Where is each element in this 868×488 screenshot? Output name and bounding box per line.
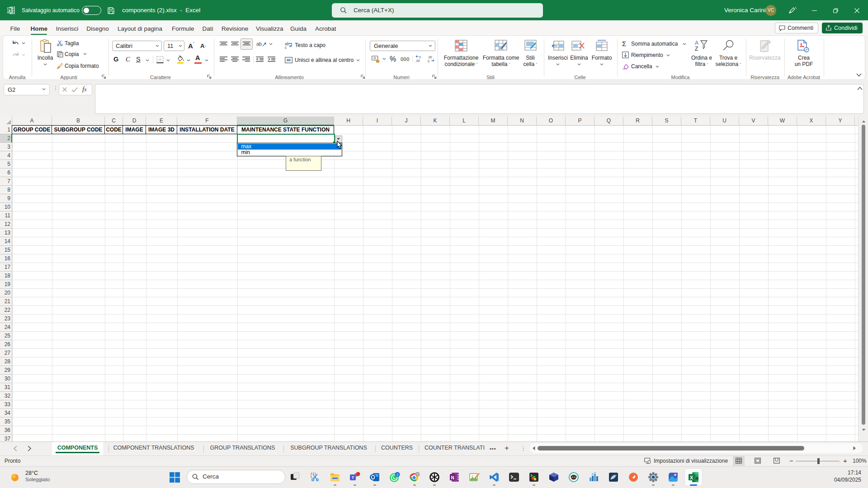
svg-text:,00: ,00: [415, 59, 420, 62]
svg-text:X: X: [8, 8, 11, 13]
svg-text:A: A: [695, 40, 698, 46]
svg-text:X: X: [690, 475, 693, 480]
svg-text:N: N: [451, 475, 454, 480]
svg-text:0: 0: [419, 56, 421, 59]
svg-text:0: 0: [428, 60, 429, 63]
svg-text:2: 2: [396, 473, 399, 477]
svg-text:T: T: [352, 475, 354, 480]
svg-text:V: V: [416, 472, 419, 476]
svg-text:Z: Z: [695, 46, 698, 52]
svg-text:ab: ab: [256, 41, 262, 47]
